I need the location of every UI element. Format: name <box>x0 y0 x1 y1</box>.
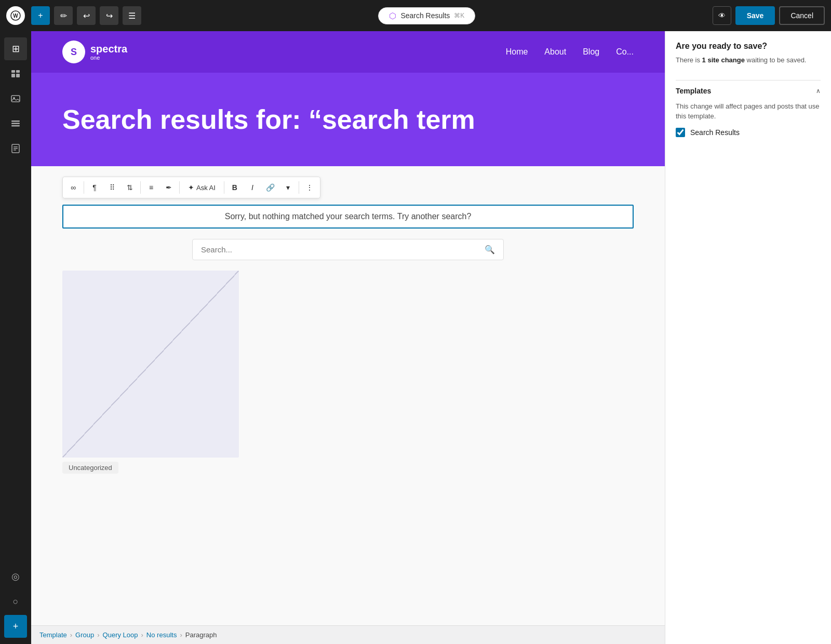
nav-blog[interactable]: Blog <box>583 47 599 57</box>
template-icon: ⬡ <box>389 11 396 21</box>
image-placeholder-column: Uncategorized <box>62 271 239 474</box>
highlight-btn[interactable]: ✒ <box>160 179 177 196</box>
hero-title: Search results for: “search term <box>62 104 634 135</box>
svg-rect-9 <box>11 123 20 125</box>
inline-link-btn[interactable]: 🔗 <box>262 179 279 196</box>
content-area: S spectra one Home About Blog Co... Sear… <box>31 31 665 644</box>
site-header-preview: S spectra one Home About Blog Co... <box>31 31 665 73</box>
logo-circle: S <box>62 41 85 63</box>
sidebar-item-pages[interactable] <box>4 137 27 160</box>
sidebar-item-circle[interactable]: ○ <box>4 590 27 613</box>
bold-btn[interactable]: B <box>226 179 243 196</box>
svg-rect-4 <box>11 74 15 77</box>
move-btn[interactable]: ⇅ <box>122 179 138 196</box>
paragraph-type-btn[interactable]: ¶ <box>86 179 103 196</box>
category-tag: Uncategorized <box>62 462 118 474</box>
sparkle-icon: ✦ <box>188 183 194 192</box>
svg-rect-10 <box>11 125 20 127</box>
svg-rect-2 <box>11 70 15 73</box>
template-checkbox-row: Search Results <box>676 128 821 137</box>
block-toolbar: ∞ ¶ ⠿ ⇅ ≡ ✒ ✦ Ask AI B I 🔗 ▾ ⋮ <box>62 177 320 198</box>
paragraph-text: Sorry, but nothing matched your search t… <box>225 212 472 221</box>
sidebar-item-blocks[interactable]: ⊞ <box>4 37 27 60</box>
more-menu-btn[interactable]: ⋮ <box>301 179 318 196</box>
preview-button[interactable]: 👁 <box>713 6 731 25</box>
add-block-button[interactable]: + <box>31 6 50 25</box>
more-options-dropdown[interactable]: ▾ <box>280 179 297 196</box>
image-placeholder <box>62 271 239 458</box>
sidebar-item-add[interactable]: + <box>4 615 27 638</box>
toolbar-sep-5 <box>299 181 299 194</box>
breadcrumb-noresults[interactable]: No results <box>146 631 177 639</box>
svg-rect-14 <box>14 150 16 151</box>
svg-rect-12 <box>14 146 18 147</box>
svg-rect-3 <box>16 70 20 73</box>
sidebar-item-widgets[interactable] <box>4 112 27 135</box>
italic-btn[interactable]: I <box>244 179 261 196</box>
templates-section-header[interactable]: Templates ∧ <box>676 87 821 95</box>
undo-button[interactable]: ↩ <box>77 6 96 25</box>
left-sidebar: ⊞ <box>0 31 31 644</box>
change-text-prefix: There is <box>676 56 702 64</box>
collapse-icon: ∧ <box>816 87 821 95</box>
align-btn[interactable]: ≡ <box>143 179 159 196</box>
templates-section-title: Templates <box>676 87 711 95</box>
tools-button[interactable]: ✏ <box>54 6 73 25</box>
save-button[interactable]: Save <box>735 6 775 25</box>
right-toolbar-area: 👁 Save Cancel <box>713 6 825 25</box>
site-logo: S spectra one <box>62 41 127 63</box>
top-toolbar: W + ✏ ↩ ↪ ☰ ⬡ Search Results ⌘K 👁 Save C… <box>0 0 831 31</box>
ask-ai-btn[interactable]: ✦ Ask AI <box>182 180 222 195</box>
panel-divider-1 <box>676 80 821 81</box>
drag-btn[interactable]: ⠿ <box>104 179 120 196</box>
svg-rect-13 <box>14 148 18 149</box>
breadcrumb-sep-1: › <box>70 631 72 639</box>
toolbar-sep-2 <box>140 181 141 194</box>
editor-content: ∞ ¶ ⠿ ⇅ ≡ ✒ ✦ Ask AI B I 🔗 ▾ ⋮ <box>31 166 665 625</box>
template-label-search-results: Search Results <box>690 128 740 137</box>
breadcrumb-bar: Template › Group › Query Loop › No resul… <box>31 625 665 644</box>
sidebar-item-ring[interactable]: ◎ <box>4 565 27 588</box>
ask-ai-label: Ask AI <box>196 184 216 192</box>
breadcrumb-template[interactable]: Template <box>39 631 67 639</box>
center-area: ⬡ Search Results ⌘K <box>145 7 708 24</box>
right-panel: Are you ready to save? There is 1 site c… <box>665 31 831 644</box>
breadcrumb-sep-3: › <box>141 631 143 639</box>
svg-rect-6 <box>11 96 20 102</box>
wp-logo[interactable]: W <box>6 6 25 25</box>
search-submit-button[interactable]: 🔍 <box>485 245 495 254</box>
search-results-label: Search Results <box>400 11 450 20</box>
templates-description: This change will affect pages and posts … <box>676 101 821 122</box>
logo-text: spectra one <box>90 43 127 61</box>
breadcrumb-paragraph: Paragraph <box>185 631 217 639</box>
breadcrumb-sep-4: › <box>180 631 182 639</box>
main-layout: ⊞ <box>0 31 831 644</box>
change-text-suffix: waiting to be saved. <box>747 56 807 64</box>
svg-rect-8 <box>11 120 20 122</box>
breadcrumb-group[interactable]: Group <box>75 631 94 639</box>
nav-about[interactable]: About <box>544 47 566 57</box>
breadcrumb-sep-2: › <box>97 631 99 639</box>
nav-more[interactable]: Co... <box>616 47 634 57</box>
svg-rect-5 <box>16 74 20 77</box>
change-bold-text: 1 site change <box>702 56 745 64</box>
search-results-button[interactable]: ⬡ Search Results ⌘K <box>378 7 475 24</box>
list-view-button[interactable]: ☰ <box>123 6 141 25</box>
shortcut-label: ⌘K <box>454 12 464 19</box>
hero-banner: Search results for: “search term <box>31 73 665 166</box>
search-bar-wrapper: 🔍 <box>192 239 504 260</box>
sidebar-item-media[interactable] <box>4 87 27 110</box>
toolbar-sep-3 <box>179 181 180 194</box>
paragraph-block[interactable]: Sorry, but nothing matched your search t… <box>62 205 634 229</box>
search-input[interactable] <box>201 245 485 254</box>
link-block-btn[interactable]: ∞ <box>65 179 82 196</box>
svg-text:W: W <box>13 13 18 19</box>
toolbar-sep-1 <box>84 181 84 194</box>
sidebar-item-patterns[interactable] <box>4 62 27 85</box>
nav-home[interactable]: Home <box>506 47 528 57</box>
template-checkbox-search-results[interactable] <box>676 128 685 137</box>
cancel-button[interactable]: Cancel <box>779 6 825 25</box>
breadcrumb-queryloop[interactable]: Query Loop <box>103 631 138 639</box>
redo-button[interactable]: ↪ <box>100 6 118 25</box>
panel-ready-title: Are you ready to save? <box>676 42 821 51</box>
